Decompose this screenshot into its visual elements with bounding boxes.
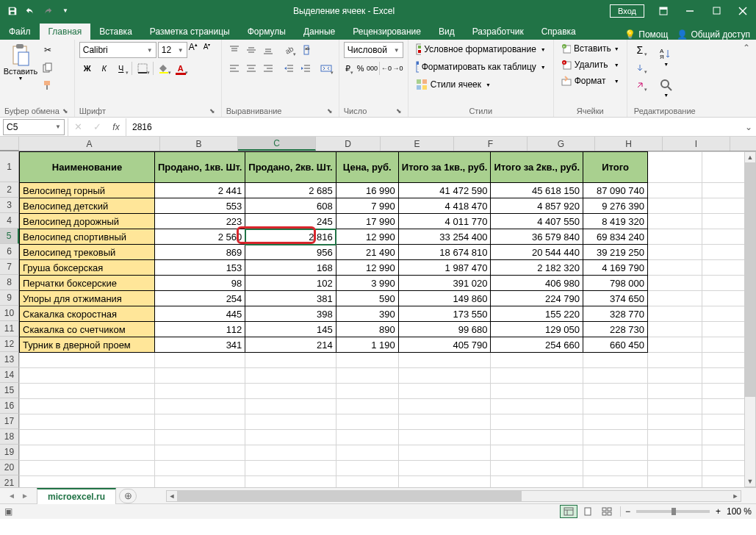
cell-F8[interactable]: 406 980: [491, 276, 583, 291]
row-header-10[interactable]: 10: [0, 306, 19, 321]
add-sheet-icon[interactable]: ⊕: [119, 489, 137, 503]
sheet-cells[interactable]: НаименованиеПродано, 1кв. Шт.Продано, 2к…: [19, 151, 756, 487]
qat-customize-icon[interactable]: ▼: [57, 3, 73, 19]
name-box[interactable]: C5▼: [3, 119, 65, 135]
cell-F16[interactable]: [491, 399, 583, 414]
cell-C14[interactable]: [245, 368, 336, 384]
format-as-table-button[interactable]: Форматировать как таблицу▼: [413, 60, 549, 74]
tab-справка[interactable]: Справка: [533, 24, 585, 40]
cell-C20[interactable]: [245, 461, 336, 476]
cell-H11[interactable]: [648, 322, 702, 337]
cell-C16[interactable]: [245, 399, 336, 414]
cell-D4[interactable]: 17 990: [336, 214, 398, 229]
font-color-button[interactable]: A: [173, 60, 189, 76]
cell-H10[interactable]: [648, 306, 702, 322]
cell-H14[interactable]: [648, 368, 702, 384]
cell-B18[interactable]: [154, 430, 245, 445]
zoom-in-icon[interactable]: +: [716, 506, 721, 517]
cell-A12[interactable]: Турник в дверной проем: [20, 337, 155, 353]
cell-D8[interactable]: 3 990: [336, 276, 398, 291]
cell-D13[interactable]: [336, 353, 398, 368]
cell-A3[interactable]: Велосипед детский: [20, 198, 155, 214]
cell-B15[interactable]: [154, 384, 245, 399]
row-header-2[interactable]: 2: [0, 182, 19, 198]
col-header-A[interactable]: A: [19, 137, 160, 151]
cell-C4[interactable]: 245: [245, 214, 336, 229]
col-header-D[interactable]: D: [316, 137, 381, 151]
cell-E12[interactable]: 405 790: [398, 337, 491, 353]
col-header-I[interactable]: I: [663, 137, 730, 151]
cell-E4[interactable]: 4 011 770: [398, 214, 491, 229]
cell-A20[interactable]: [20, 461, 155, 476]
cell-F13[interactable]: [491, 353, 583, 368]
cell-E1[interactable]: Итого за 1кв., руб.: [398, 152, 491, 183]
align-center-icon[interactable]: [243, 60, 259, 76]
cell-A8[interactable]: Перчатки боксерские: [20, 276, 155, 291]
col-header-C[interactable]: C: [238, 137, 316, 151]
cell-D6[interactable]: 21 490: [336, 245, 398, 260]
save-icon[interactable]: [4, 3, 21, 19]
cell-A21[interactable]: [20, 476, 155, 488]
cell-B20[interactable]: [154, 461, 245, 476]
decrease-indent-icon[interactable]: [281, 60, 297, 76]
cell-E15[interactable]: [398, 384, 491, 399]
row-header-5[interactable]: 5: [0, 229, 19, 244]
row-header-9[interactable]: 9: [0, 290, 19, 306]
cell-B5[interactable]: 2 560: [154, 229, 245, 245]
tab-рецензирование[interactable]: Рецензирование: [344, 24, 430, 40]
cell-G18[interactable]: [583, 430, 648, 445]
cell-E17[interactable]: [398, 414, 491, 430]
orientation-icon[interactable]: ab: [281, 42, 297, 58]
cell-C12[interactable]: 214: [245, 337, 336, 353]
row-header-20[interactable]: 20: [0, 460, 19, 475]
row-header-6[interactable]: 6: [0, 244, 19, 259]
conditional-formatting-button[interactable]: Условное форматирование▼: [413, 42, 549, 57]
cell-B21[interactable]: [154, 476, 245, 488]
cell-D20[interactable]: [336, 461, 398, 476]
cell-D5[interactable]: 12 990: [336, 229, 398, 245]
sheet-nav-prev-icon[interactable]: ◄: [6, 489, 18, 503]
decrease-decimal-icon[interactable]: →0: [392, 60, 403, 76]
expand-formula-bar-icon[interactable]: ⌄: [741, 122, 756, 132]
horizontal-scrollbar[interactable]: ◄ ►: [166, 490, 741, 502]
cell-H12[interactable]: [648, 337, 702, 353]
cell-F10[interactable]: 155 220: [491, 306, 583, 322]
underline-button[interactable]: Ч: [113, 60, 129, 76]
cell-D16[interactable]: [336, 399, 398, 414]
cell-H17[interactable]: [648, 414, 702, 430]
cell-B11[interactable]: 112: [154, 322, 245, 337]
cell-A13[interactable]: [20, 353, 155, 368]
cell-F17[interactable]: [491, 414, 583, 430]
cell-G9[interactable]: 374 650: [583, 291, 648, 306]
align-middle-icon[interactable]: [243, 42, 259, 58]
cell-F3[interactable]: 4 857 920: [491, 198, 583, 214]
cell-G14[interactable]: [583, 368, 648, 384]
cell-D1[interactable]: Цена, руб.: [336, 152, 398, 183]
cell-H13[interactable]: [648, 353, 702, 368]
col-header-B[interactable]: B: [160, 137, 238, 151]
macro-record-icon[interactable]: ▣: [4, 506, 12, 517]
increase-indent-icon[interactable]: [298, 60, 314, 76]
formula-input[interactable]: 2816: [126, 119, 741, 135]
fill-icon[interactable]: [632, 60, 648, 76]
cell-E14[interactable]: [398, 368, 491, 384]
cell-E21[interactable]: [398, 476, 491, 488]
insert-cells-button[interactable]: +Вставить▼: [558, 42, 622, 55]
cell-H15[interactable]: [648, 384, 702, 399]
cell-G15[interactable]: [583, 384, 648, 399]
bold-button[interactable]: Ж: [79, 60, 96, 76]
cell-H1[interactable]: [648, 152, 702, 183]
cell-F19[interactable]: [491, 445, 583, 461]
col-header-F[interactable]: F: [454, 137, 528, 151]
paste-button[interactable]: Вставить ▼: [4, 42, 37, 82]
align-bottom-icon[interactable]: [260, 42, 276, 58]
cell-A18[interactable]: [20, 430, 155, 445]
row-header-21[interactable]: 21: [0, 475, 19, 487]
cell-B9[interactable]: 254: [154, 291, 245, 306]
cell-C15[interactable]: [245, 384, 336, 399]
cell-C7[interactable]: 168: [245, 260, 336, 276]
row-header-16[interactable]: 16: [0, 398, 19, 414]
cell-D3[interactable]: 7 990: [336, 198, 398, 214]
number-launcher-icon[interactable]: ⬊: [396, 107, 403, 115]
accounting-format-icon[interactable]: ₽: [344, 60, 355, 76]
